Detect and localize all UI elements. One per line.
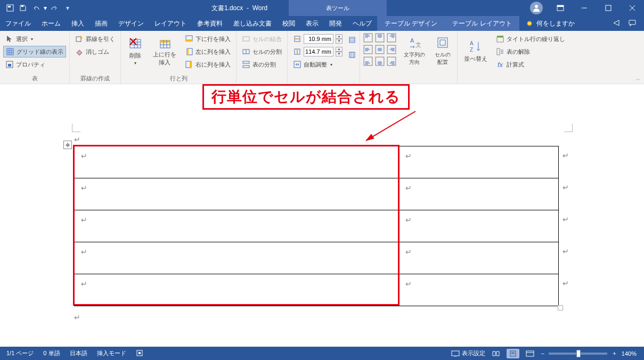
properties-button[interactable]: プロパティ [3,59,66,70]
tab-review[interactable]: 校閲 [277,16,300,31]
tab-insert[interactable]: 挿入 [66,16,89,31]
print-layout-button[interactable] [507,349,519,358]
tab-help[interactable]: ヘルプ [347,16,377,31]
table-cell[interactable]: ↵ [398,146,558,178]
table-cell[interactable]: ↵ [398,274,558,306]
zoom-out-button[interactable]: − [541,350,544,357]
tab-file[interactable]: ファイル [0,16,36,31]
collapse-ribbon-icon[interactable]: ︿ [635,75,641,83]
svg-rect-6 [606,5,611,11]
web-layout-button[interactable] [524,349,536,358]
height-up-icon[interactable]: ▲ [336,34,343,39]
zoom-in-button[interactable]: ＋ [612,349,617,357]
svg-text:Z: Z [470,47,473,53]
align-tr-button[interactable] [387,33,397,44]
save-icon[interactable] [17,2,29,14]
zoom-percent[interactable]: 140% [622,350,637,357]
display-settings-button[interactable]: 表示設定 [451,349,485,357]
col-width-field[interactable]: ▲▼ [291,46,345,58]
align-mr-button[interactable] [387,45,397,55]
qat-customize-icon[interactable]: ▾ [62,2,74,14]
cell-margins-button[interactable]: セルの 配置 [431,33,454,68]
autosave-icon[interactable] [4,2,16,14]
end-of-row-mark: ↵ [563,183,569,192]
insert-left-button[interactable]: 左に列を挿入 [183,46,233,58]
align-mc-button[interactable] [375,45,386,55]
group-merge-label [240,75,284,84]
redo-icon[interactable] [49,2,61,14]
width-up-icon[interactable]: ▲ [336,47,343,52]
tab-mailings[interactable]: 差し込み文書 [228,16,277,31]
col-width-input[interactable] [304,47,333,56]
status-macro-icon[interactable] [136,349,143,358]
sort-button[interactable]: AZ 並べ替え [461,33,491,68]
status-insert-mode[interactable]: 挿入モード [97,349,126,357]
group-cell-size-label [291,75,356,84]
account-avatar[interactable] [530,2,543,14]
align-bl-button[interactable] [363,56,374,67]
minimize-icon[interactable] [572,0,596,16]
tab-home[interactable]: ホーム [36,16,66,31]
align-br-button[interactable] [387,56,397,67]
delete-button[interactable]: 削除▾ [124,33,146,68]
ribbon-tabs: ファイル ホーム 挿入 描画 デザイン レイアウト 参考資料 差し込み文書 校閲… [0,16,644,31]
tab-table-layout[interactable]: テーブル レイアウト [445,16,519,31]
group-table-label: 表 [3,73,66,84]
autofit-button[interactable]: 自動調整▾ [291,59,345,70]
group-draw-borders: 罫線を引く 消しゴム 罫線の作成 [70,31,121,84]
status-word-count[interactable]: 0 単語 [43,349,60,357]
text-direction-button[interactable]: A文 文字列の 方向 [401,33,428,68]
margin-corner-tr [564,124,573,132]
row-height-input[interactable] [304,34,333,44]
width-down-icon[interactable]: ▼ [336,52,343,56]
select-button[interactable]: 選択▾ [3,33,66,45]
tab-developer[interactable]: 開発 [324,16,347,31]
table-cell[interactable]: ↵ [398,178,558,210]
maximize-icon[interactable] [596,0,620,16]
formula-button[interactable]: fx 計算式 [494,59,567,70]
insert-below-button[interactable]: 下に行を挿入 [183,33,233,45]
insert-above-button[interactable]: 上に行を 挿入 [150,33,180,68]
zoom-slider-thumb[interactable] [576,350,581,357]
draw-table-button[interactable]: 罫線を引く [73,33,117,45]
split-cells-button[interactable]: セルの分割 [240,46,284,58]
share-icon[interactable] [612,19,621,29]
convert-to-text-button[interactable]: 表の解除 [494,46,567,58]
tab-design[interactable]: デザイン [113,16,149,31]
height-down-icon[interactable]: ▼ [336,39,343,44]
align-bc-button[interactable] [375,56,386,67]
status-page[interactable]: 1/1 ページ [6,349,34,357]
tell-me-search[interactable]: 何をしますか [519,16,612,31]
align-tl-button[interactable] [363,33,374,44]
repeat-header-button[interactable]: タイトル行の繰り返し [494,33,567,45]
tab-view[interactable]: 表示 [300,16,324,31]
split-table-button[interactable]: 表の分割 [240,59,284,70]
read-mode-button[interactable] [490,349,502,358]
table-move-handle[interactable]: ✥ [63,141,72,149]
distribute-rows-button[interactable] [348,34,356,46]
comments-icon[interactable] [628,19,637,29]
ribbon-display-options-icon[interactable] [548,0,572,16]
tab-references[interactable]: 参考資料 [192,16,228,31]
table-cell[interactable]: ↵ [398,242,558,274]
status-language[interactable]: 日本語 [70,349,87,357]
document-area[interactable]: ✥ ↵ ↵↵↵↵↵↵↵↵↵↵ ↵↵↵↵↵ ↵ 行単位でセルが結合される [0,84,644,347]
zoom-slider[interactable] [549,353,607,355]
svg-marker-99 [366,134,374,141]
view-gridlines-button[interactable]: グリッド線の表示 [3,46,66,58]
tab-table-design[interactable]: テーブル デザイン [377,16,445,31]
row-height-field[interactable]: ▲▼ [291,33,345,45]
distribute-cols-button[interactable] [348,49,356,61]
undo-dropdown-icon[interactable]: ▾ [43,2,48,14]
eraser-button[interactable]: 消しゴム [73,46,117,58]
align-ml-button[interactable] [363,45,374,55]
close-icon[interactable] [620,0,644,16]
group-merge: セルの結合 セルの分割 表の分割 [237,31,288,84]
insert-right-button[interactable]: 右に列を挿入 [183,59,233,70]
undo-icon[interactable] [30,2,42,14]
tab-draw[interactable]: 描画 [89,16,113,31]
tab-layout[interactable]: レイアウト [149,16,192,31]
align-tc-button[interactable] [375,33,386,44]
table-cell[interactable]: ↵ [398,210,558,242]
table-resize-handle[interactable] [558,305,563,310]
